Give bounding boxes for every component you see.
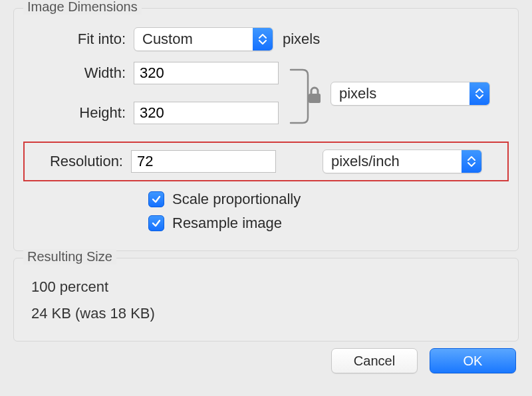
fit-into-unit: pixels bbox=[283, 31, 320, 48]
panel-title: Image Dimensions bbox=[23, 0, 142, 15]
wh-unit-wrapper: pixels bbox=[331, 82, 490, 106]
scale-proportionally-checkbox[interactable] bbox=[148, 191, 164, 207]
scale-proportionally-label: Scale proportionally bbox=[172, 191, 301, 208]
fit-into-row: Fit into: Custom pixels bbox=[27, 27, 505, 51]
resolution-unit-value: pixels/inch bbox=[323, 153, 462, 170]
result-size: 24 KB (was 18 KB) bbox=[31, 305, 505, 322]
fit-into-select[interactable]: Custom bbox=[134, 27, 273, 51]
wh-unit-value: pixels bbox=[331, 85, 469, 102]
width-label: Width: bbox=[27, 64, 134, 82]
fit-into-label: Fit into: bbox=[27, 31, 134, 48]
resample-image-row: Resample image bbox=[148, 215, 505, 232]
check-icon bbox=[151, 194, 162, 205]
lock-icon[interactable] bbox=[307, 86, 323, 104]
chevron-up-down-icon bbox=[253, 28, 273, 50]
cancel-button[interactable]: Cancel bbox=[331, 348, 418, 373]
wh-unit-select[interactable]: pixels bbox=[331, 82, 490, 106]
result-percent: 100 percent bbox=[31, 278, 505, 296]
width-input[interactable] bbox=[134, 62, 279, 84]
check-icon bbox=[151, 218, 162, 229]
width-height-block: Width: Height: pixels bbox=[27, 62, 505, 124]
resolution-unit-select[interactable]: pixels/inch bbox=[323, 149, 482, 173]
height-label: Height: bbox=[27, 104, 134, 122]
resolution-label: Resolution: bbox=[29, 153, 131, 170]
chevron-up-down-icon bbox=[462, 150, 481, 173]
svg-rect-0 bbox=[309, 94, 321, 103]
ok-button[interactable]: OK bbox=[430, 348, 516, 373]
scale-proportionally-row: Scale proportionally bbox=[148, 191, 505, 208]
chevron-up-down-icon bbox=[469, 82, 489, 105]
resulting-size-panel: Resulting Size 100 percent 24 KB (was 18… bbox=[13, 258, 519, 342]
resample-image-label: Resample image bbox=[172, 215, 282, 232]
width-row: Width: bbox=[27, 62, 505, 84]
resample-image-checkbox[interactable] bbox=[148, 215, 164, 231]
resolution-input[interactable] bbox=[131, 150, 276, 173]
height-input[interactable] bbox=[134, 102, 279, 124]
fit-into-value: Custom bbox=[134, 31, 253, 48]
resolution-row: Resolution: pixels/inch bbox=[23, 142, 509, 181]
dialog-buttons: Cancel OK bbox=[0, 348, 516, 373]
resulting-size-title: Resulting Size bbox=[23, 249, 116, 264]
image-dimensions-panel: Image Dimensions Fit into: Custom pixels… bbox=[13, 8, 519, 251]
